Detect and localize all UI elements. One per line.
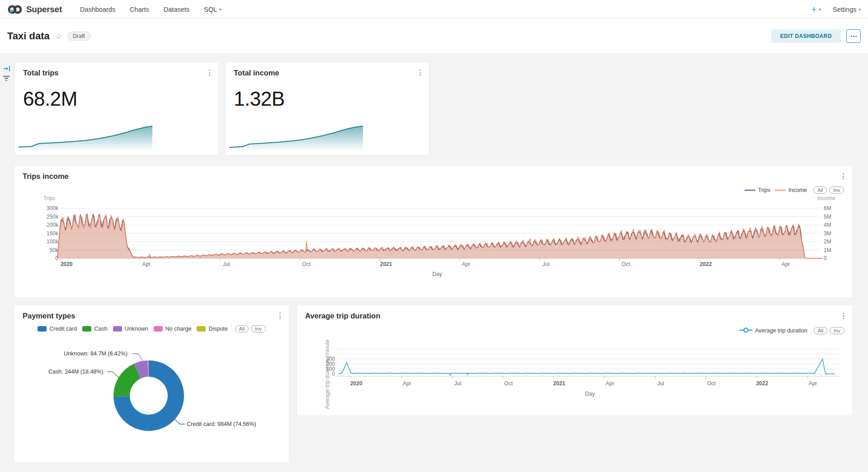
svg-text:2020: 2020	[350, 380, 363, 387]
svg-text:Jul: Jul	[223, 261, 230, 267]
dashboard-titlebar: Taxi data ☆ Draft EDIT DASHBOARD	[0, 19, 868, 53]
chevron-down-icon: ▾	[219, 7, 222, 12]
favorite-star-icon[interactable]: ☆	[55, 32, 62, 41]
svg-text:2020: 2020	[61, 261, 73, 267]
svg-text:Apr: Apr	[403, 380, 411, 387]
trend-sparkline	[228, 124, 364, 152]
svg-text:100k: 100k	[47, 238, 59, 245]
chart-options-kebab-icon[interactable]	[418, 68, 423, 78]
infinity-logo-icon	[7, 4, 23, 15]
svg-text:Apr: Apr	[462, 261, 471, 267]
svg-text:2022: 2022	[700, 261, 712, 267]
svg-text:Apr: Apr	[606, 380, 614, 387]
nav-datasets[interactable]: Datasets	[156, 0, 197, 19]
svg-text:300: 300	[326, 356, 335, 362]
svg-text:2021: 2021	[553, 380, 566, 387]
svg-text:6M: 6M	[824, 205, 831, 211]
main-nav: Dashboards Charts Datasets SQL▾	[73, 0, 229, 19]
svg-text:1M: 1M	[824, 247, 831, 253]
chevron-down-icon: ▾	[819, 7, 821, 12]
expand-filter-bar-icon[interactable]	[3, 65, 11, 72]
brand-name: Superset	[26, 5, 62, 14]
nav-dashboards[interactable]: Dashboards	[73, 0, 123, 19]
card-title: Total income	[234, 69, 279, 77]
payment-types-donut-chart[interactable]	[14, 305, 289, 462]
svg-text:Oct: Oct	[622, 261, 630, 267]
svg-text:150k: 150k	[47, 230, 59, 237]
filter-icon[interactable]	[3, 75, 10, 81]
svg-text:Day: Day	[432, 271, 442, 277]
svg-text:200k: 200k	[47, 222, 59, 228]
card-title: Total trips	[23, 69, 59, 77]
top-navbar: Superset Dashboards Charts Datasets SQL▾…	[0, 0, 868, 19]
titlebar-actions: EDIT DASHBOARD	[771, 29, 861, 43]
nav-charts[interactable]: Charts	[123, 0, 156, 19]
svg-text:Oct: Oct	[504, 380, 513, 387]
donut-callout-cash: Cash: 244M (18.48%)	[48, 369, 104, 375]
superset-app: Superset Dashboards Charts Datasets SQL▾…	[0, 0, 868, 472]
total-trips-card: Total trips 68.2M	[14, 62, 219, 155]
svg-text:Day: Day	[585, 391, 594, 397]
payment-types-panel: Payment types Credit cardCashUnknownNo c…	[14, 305, 289, 463]
donut-callout-credit-card: Credit card: 984M (74.56%)	[187, 421, 256, 427]
svg-text:Apr: Apr	[809, 380, 817, 387]
svg-text:Apr: Apr	[142, 261, 151, 267]
svg-text:300k: 300k	[47, 205, 59, 211]
avg-trip-duration-panel: Average trip duration Average trip durat…	[297, 305, 853, 416]
nav-sql[interactable]: SQL▾	[197, 0, 229, 19]
more-options-button[interactable]	[846, 29, 861, 43]
trips-income-panel: Trips income TripsIncomeAllInv Trips Inc…	[14, 165, 853, 298]
draft-status-badge: Draft	[67, 32, 90, 41]
page-title: Taxi data	[7, 30, 50, 42]
trend-sparkline	[18, 124, 153, 152]
settings-menu[interactable]: Settings▾	[833, 6, 861, 13]
total-income-card: Total income 1.32B	[225, 62, 429, 155]
svg-text:2022: 2022	[756, 380, 768, 387]
chevron-down-icon: ▾	[859, 7, 861, 12]
chart-options-kebab-icon[interactable]	[207, 68, 212, 78]
navbar-right: +▾ Settings▾	[811, 4, 861, 15]
svg-text:50k: 50k	[50, 247, 59, 253]
donut-callout-unknown: Unknown: 84.7M (6.42%)	[64, 350, 127, 357]
svg-text:3M: 3M	[824, 230, 831, 237]
big-number-value: 1.32B	[234, 88, 284, 110]
svg-text:250k: 250k	[47, 214, 59, 220]
svg-text:Jul: Jul	[657, 380, 664, 387]
svg-text:2M: 2M	[824, 238, 831, 245]
trips-income-chart[interactable]: 050k100k150k200k250k300k01M2M3M4M5M6M202…	[14, 166, 852, 297]
superset-logo[interactable]: Superset	[7, 4, 62, 15]
svg-text:Oct: Oct	[302, 261, 311, 267]
svg-text:Jul: Jul	[454, 380, 461, 387]
svg-text:0: 0	[824, 255, 827, 262]
svg-text:Jul: Jul	[542, 261, 549, 267]
svg-text:Oct: Oct	[707, 380, 716, 387]
svg-text:2021: 2021	[380, 261, 392, 267]
avg-trip-duration-chart[interactable]: 01002003002020AprJulOct2021AprJulOct2022…	[297, 305, 852, 416]
svg-text:5M: 5M	[824, 214, 831, 220]
edit-dashboard-button[interactable]: EDIT DASHBOARD	[771, 29, 841, 43]
big-number-value: 68.2M	[23, 88, 77, 110]
svg-text:Apr: Apr	[782, 261, 790, 267]
dashboard-content: Total trips 68.2M Total income 1.32B Tri…	[0, 53, 868, 472]
new-item-button[interactable]: +▾	[811, 4, 821, 15]
svg-text:4M: 4M	[824, 222, 831, 228]
